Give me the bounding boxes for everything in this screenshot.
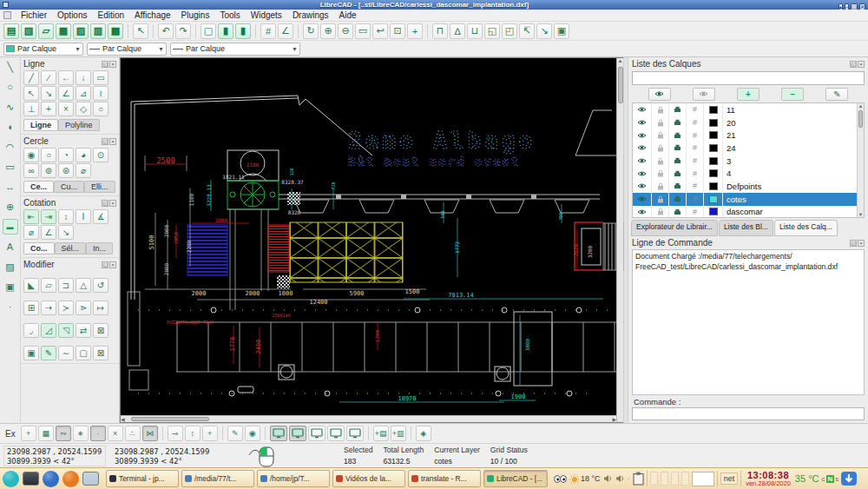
list-add-1-button[interactable]: +▤ <box>373 426 389 441</box>
layer-visible-icon[interactable] <box>633 155 652 168</box>
modifier-tool-3-2[interactable]: ∼ <box>58 346 74 360</box>
redo-button[interactable]: ↷ <box>175 23 191 39</box>
ligne-tool-0-4[interactable]: ▭ <box>93 70 108 85</box>
modifier-tool-3-1[interactable]: ✎ <box>41 346 56 360</box>
undo-button[interactable]: ↶ <box>158 23 174 39</box>
layer-visible-icon[interactable] <box>633 193 652 206</box>
modifier-tool-1-1[interactable]: ⇢ <box>41 301 56 315</box>
cercle-tool-1-3[interactable]: ⌀ <box>76 163 91 178</box>
layer-construction-icon[interactable]: # <box>687 206 704 219</box>
ligne-tool-2-3[interactable]: ◇ <box>76 102 91 116</box>
layer-row-Defpoints[interactable]: #Defpoints <box>633 180 864 193</box>
layer-print-icon[interactable] <box>669 167 687 180</box>
tool-text-button[interactable]: A <box>3 239 18 254</box>
modifier-tool-2-1[interactable]: ◿ <box>41 323 56 338</box>
layer-row-24[interactable]: #24 <box>633 142 864 155</box>
layer-row-11[interactable]: #11 <box>633 103 864 116</box>
layer-construction-icon[interactable]: # <box>687 142 704 155</box>
menu-affichage[interactable]: Affichage <box>129 10 176 20</box>
modifier-tool-1-0[interactable]: ⊞ <box>23 301 39 315</box>
tool-image-button[interactable]: ▣ <box>3 279 18 294</box>
order-raise-button[interactable]: ∆ <box>450 23 465 39</box>
zoom-in-button[interactable]: ⊕ <box>320 23 336 39</box>
launcher-terminal[interactable] <box>22 470 40 488</box>
modifier-tool-3-3[interactable]: ▢ <box>76 346 91 360</box>
layer-visible-icon[interactable] <box>633 103 652 116</box>
layer-construction-icon[interactable]: # <box>687 193 704 206</box>
properties-button[interactable]: ▣ <box>554 23 569 39</box>
deselect-all-button[interactable]: ▮ <box>218 23 233 39</box>
snap-corner-button[interactable]: ↸ <box>519 23 535 39</box>
layer-print-icon[interactable] <box>669 129 687 142</box>
modifier-tool-2-2[interactable]: ◹ <box>58 323 74 338</box>
ligne-tool-1-3[interactable]: ⊿ <box>76 86 91 101</box>
layer-construction-icon[interactable]: # <box>687 155 704 168</box>
layer-row-20[interactable]: #20 <box>633 116 864 129</box>
tool-ellipse-button[interactable]: ◖ <box>3 119 18 135</box>
tool-line-button[interactable]: ╲ <box>3 59 18 75</box>
float-dock-icon[interactable]: ◱ <box>102 61 108 68</box>
select-window-button[interactable]: ▢ <box>201 23 216 39</box>
monitor-view-5-button[interactable] <box>346 426 364 441</box>
launcher-thunderbird[interactable] <box>42 470 60 488</box>
layer-construction-icon[interactable]: # <box>687 116 704 129</box>
modifier-tool-2-4[interactable]: ⊠ <box>93 323 108 338</box>
cercle-tool-0-3[interactable]: ◕ <box>76 148 91 162</box>
layer-visible-icon[interactable] <box>633 116 652 129</box>
taskbar-window-terminaljp[interactable]: Terminal - jp... <box>106 470 179 487</box>
ligne-tool-2-1[interactable]: + <box>41 102 56 116</box>
kill-all-actions-button[interactable]: ↖ <box>133 23 148 39</box>
layer-lock-icon[interactable] <box>652 129 669 142</box>
layer-color-swatch[interactable] <box>704 206 723 219</box>
snap-center-button[interactable]: · <box>90 426 106 441</box>
layer-construction-icon[interactable]: # <box>687 129 704 142</box>
layer-lock-icon[interactable] <box>652 180 669 193</box>
dock-tab-polyline[interactable]: Polyline <box>58 119 100 131</box>
set-relative-zero-button[interactable]: ✎ <box>227 426 243 441</box>
panel-tab-listedescalq[interactable]: Liste des Calq... <box>774 220 838 236</box>
clipboard-icon[interactable] <box>633 472 644 486</box>
cercle-tool-1-0[interactable]: ∞ <box>23 163 39 178</box>
new-from-template-button[interactable]: ▧ <box>21 23 36 39</box>
panel-tab-listedesbl[interactable]: Liste des Bl... <box>719 220 773 236</box>
cercle-tool-0-0[interactable]: ◉ <box>23 148 39 162</box>
eyes-tray-icon[interactable] <box>554 475 567 483</box>
modifier-tool-3-0[interactable]: ▣ <box>23 346 39 360</box>
layer-color-swatch[interactable] <box>704 155 723 168</box>
restrict-vertical-button[interactable]: ↕ <box>185 426 201 441</box>
title-bar[interactable]: LibreCAD - [..st/LibreCAD/carlessi_dasco… <box>0 0 868 10</box>
layer-color-swatch[interactable] <box>704 116 723 129</box>
mdi-child-icon[interactable] <box>3 11 11 19</box>
layer-construction-icon[interactable]: # <box>687 103 704 116</box>
line-type-combo[interactable]: Par Calque ▼ <box>87 43 167 56</box>
command-input[interactable] <box>632 407 865 420</box>
tool-arc-button[interactable]: ◠ <box>3 139 18 155</box>
snap-middle-button[interactable]: × <box>108 426 123 441</box>
layer-list-scrollbar[interactable]: ▲▼ <box>857 103 864 217</box>
cotation-tool-0-1[interactable]: ⇥ <box>41 209 56 224</box>
restrict-horizontal-button[interactable]: ⊸ <box>168 426 183 441</box>
ligne-tool-1-4[interactable]: ≀ <box>93 86 108 101</box>
dock-tab-sl[interactable]: Sél... <box>55 242 87 254</box>
layer-row-cotes[interactable]: #cotes <box>633 193 864 206</box>
layer-print-icon[interactable] <box>669 155 687 168</box>
layer-visible-icon[interactable] <box>633 206 652 219</box>
drawing-canvas[interactable]: 2emo Albago Bât mont nord ovest 25002100… <box>120 57 623 423</box>
layer-filter-input[interactable] <box>632 71 865 85</box>
move-rotate-button[interactable]: ◱ <box>484 23 500 39</box>
menu-widgets[interactable]: Widgets <box>246 10 287 20</box>
ligne-tool-2-4[interactable]: ○ <box>93 102 108 116</box>
ligne-tool-2-0[interactable]: ⊥ <box>23 102 39 116</box>
canvas-horizontal-scrollbar[interactable]: ◀▶ <box>121 415 616 422</box>
modify-layer-button[interactable]: ✎ <box>825 88 848 101</box>
snap-free-button[interactable]: + <box>21 426 36 441</box>
zoom-previous-button[interactable]: ↩ <box>372 23 388 39</box>
hide-all-layers-button[interactable] <box>693 88 715 101</box>
layer-color-swatch[interactable] <box>704 193 723 206</box>
layer-construction-icon[interactable]: # <box>687 180 704 193</box>
float-dock-icon[interactable]: ◱ <box>850 240 857 247</box>
taskbar-window-translater[interactable]: translate - R... <box>408 470 481 487</box>
layer-color-swatch[interactable] <box>704 180 723 193</box>
redraw-button[interactable]: ↻ <box>303 23 319 39</box>
save-document-button[interactable]: ▦ <box>56 23 71 39</box>
